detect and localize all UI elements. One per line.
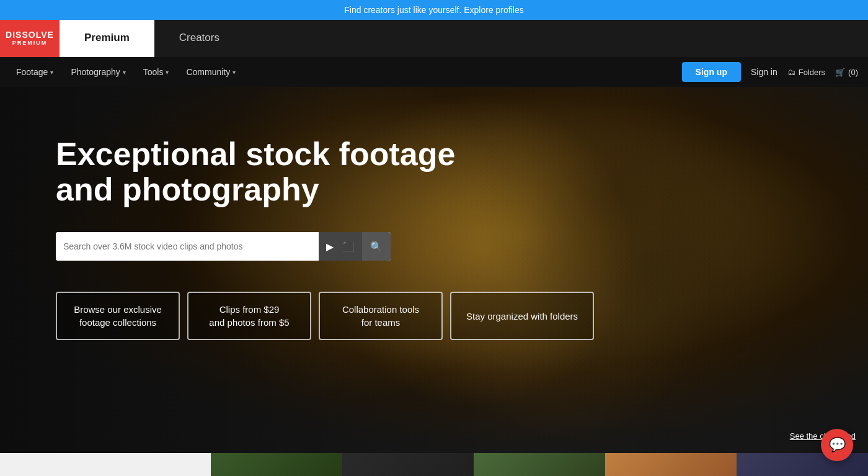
thumbnail-4 xyxy=(605,453,737,476)
nav-item-tools[interactable]: Tools ▾ xyxy=(137,62,175,82)
search-submit-button[interactable]: 🔍 xyxy=(362,232,391,261)
chat-icon: 💬 xyxy=(829,437,846,453)
nav-item-photography[interactable]: Photography ▾ xyxy=(64,62,131,82)
nav-item-footage[interactable]: Footage ▾ xyxy=(10,62,60,82)
teams-button[interactable]: Collaboration toolsfor teams xyxy=(319,292,443,340)
collections-button[interactable]: Browse our exclusivefootage collections xyxy=(56,292,180,340)
nav-item-community[interactable]: Community ▾ xyxy=(180,62,242,82)
tab-premium[interactable]: Premium xyxy=(60,20,154,57)
hero-title: Exceptional stock footage and photograph… xyxy=(56,137,490,207)
search-icon: 🔍 xyxy=(370,241,383,253)
hero-section: Exceptional stock footage and photograph… xyxy=(0,87,868,453)
feature-buttons: Browse our exclusivefootage collections … xyxy=(56,292,812,340)
photo-search-btn[interactable]: ⬛ xyxy=(340,240,357,254)
search-input[interactable] xyxy=(56,232,319,261)
folders-button[interactable]: Stay organized with folders xyxy=(450,292,594,340)
primary-nav: DISSOLVE PREMIUM Premium Creators xyxy=(0,20,868,57)
search-bar: ▶ ⬛ 🔍 xyxy=(56,232,391,261)
tab-creators[interactable]: Creators xyxy=(154,20,244,57)
search-type-buttons: ▶ ⬛ xyxy=(319,232,362,261)
chevron-down-icon: ▾ xyxy=(232,69,236,76)
thumbnail-strip xyxy=(211,453,868,476)
primary-nav-tabs: Premium Creators xyxy=(60,20,244,57)
chevron-down-icon: ▾ xyxy=(123,69,126,76)
sign-up-button[interactable]: Sign up xyxy=(682,62,741,82)
chat-button[interactable]: 💬 xyxy=(821,429,853,461)
cart-link[interactable]: 🛒 (0) xyxy=(835,68,858,77)
thumbnail-3a xyxy=(474,453,605,476)
sign-in-link[interactable]: Sign in xyxy=(751,67,777,77)
video-search-btn[interactable]: ▶ xyxy=(324,240,336,254)
chevron-down-icon: ▾ xyxy=(50,69,53,76)
logo[interactable]: DISSOLVE PREMIUM xyxy=(0,20,60,57)
nav-right: Sign up Sign in 🗂 Folders 🛒 (0) xyxy=(682,62,858,82)
announcement-text: Find creators just like yourself. Explor… xyxy=(344,5,523,15)
thumbnail-1 xyxy=(211,453,342,476)
cart-icon: 🛒 xyxy=(835,68,845,77)
hero-content: Exceptional stock footage and photograph… xyxy=(0,87,868,340)
folders-link[interactable]: 🗂 Folders xyxy=(787,68,825,77)
below-hero-section: Join the creativecommunity xyxy=(0,453,868,476)
logo-text: DISSOLVE PREMIUM xyxy=(6,30,54,46)
thumbnail-3 xyxy=(474,453,605,476)
thumbnail-2 xyxy=(342,453,474,476)
folder-icon: 🗂 xyxy=(787,68,795,77)
nav-links: Footage ▾ Photography ▾ Tools ▾ Communit… xyxy=(10,62,682,82)
announcement-bar: Find creators just like yourself. Explor… xyxy=(0,0,868,20)
secondary-nav: Footage ▾ Photography ▾ Tools ▾ Communit… xyxy=(0,57,868,87)
chevron-down-icon: ▾ xyxy=(166,69,169,76)
pricing-button[interactable]: Clips from $29and photos from $5 xyxy=(187,292,311,340)
